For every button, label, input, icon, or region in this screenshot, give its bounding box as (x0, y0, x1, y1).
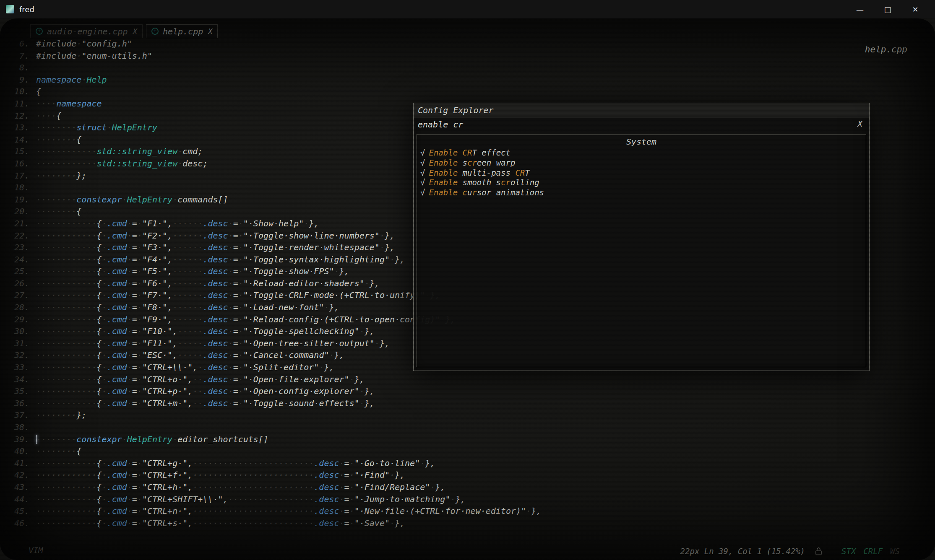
code-token: .desc (203, 362, 228, 372)
code-token: = (132, 350, 137, 360)
code-token: · (102, 398, 107, 408)
tab-audio-engine.cpp[interactable]: +audio-engine.cppX (30, 24, 143, 38)
code-token: ············ (36, 290, 97, 300)
code-token: = (132, 302, 137, 312)
line-number: 25. (12, 265, 29, 277)
code-token: · (127, 518, 132, 528)
minimize-button[interactable]: — (846, 0, 874, 18)
config-explorer-title: Config Explorer (414, 103, 869, 117)
code-token: ·· (193, 386, 203, 396)
config-item[interactable]: √Enable cursor animations (420, 188, 862, 198)
code-token: · (102, 494, 107, 504)
code-token: · (349, 494, 354, 504)
code-token: "CTRL+g·" (142, 458, 188, 468)
checked-checkbox-icon[interactable]: √ (420, 168, 425, 177)
line-content: ············{·.cmd·=·"CTRL+SHIFT+\\·",··… (36, 494, 466, 504)
status-flags: STXCRLFWS (841, 547, 900, 556)
code-token: , (188, 374, 193, 384)
code-token: = (233, 231, 238, 241)
code-line[interactable]: 41.············{·.cmd·=·"CTRL+g·",······… (12, 457, 935, 469)
checked-checkbox-icon[interactable]: √ (420, 158, 425, 167)
cursor-position-info: 22px Ln 39, Col 1 (15.42%) (680, 547, 805, 556)
code-token: · (359, 326, 365, 336)
code-token: · (137, 218, 142, 228)
close-button[interactable]: ✕ (901, 0, 929, 18)
code-token: "CTRL+m·" (142, 398, 188, 408)
code-token: }, (425, 458, 435, 468)
code-token: .desc (203, 278, 228, 288)
config-item[interactable]: √Enable CRT effect (420, 148, 862, 158)
code-token: .desc (203, 254, 228, 264)
code-token: = (233, 362, 238, 372)
code-token: .cmd (107, 302, 127, 312)
code-token: .desc (314, 470, 339, 480)
code-line[interactable]: 43.············{·.cmd·=·"CTRL+h·",······… (12, 481, 935, 493)
code-token: · (228, 254, 233, 264)
code-token: = (132, 386, 137, 396)
code-line[interactable]: 9.namespace·Help (12, 74, 935, 86)
tab-close-button[interactable]: X (208, 27, 212, 36)
code-line[interactable]: 35.············{·.cmd·=·"CTRL+p·",··.des… (12, 385, 935, 397)
config-item[interactable]: √Enable smooth scrolling (420, 178, 862, 188)
line-content: ············{·.cmd·=·"CTRL+h·",·········… (36, 482, 445, 492)
maximize-button[interactable]: □ (874, 0, 901, 18)
line-content: ············{·.cmd·=·"F9·",······.desc·=… (36, 314, 456, 324)
code-token: · (228, 350, 233, 360)
code-token: · (365, 278, 370, 288)
code-token: .desc (203, 314, 228, 324)
code-token: }, (435, 482, 445, 492)
code-token: · (238, 218, 243, 228)
tab-help.cpp[interactable]: +help.cppX (146, 24, 218, 38)
code-token: · (137, 266, 142, 276)
code-token: ························ (193, 470, 314, 480)
code-line[interactable]: 36.············{·.cmd·=·"CTRL+m·",··.des… (12, 397, 935, 410)
tab-close-button[interactable]: X (133, 27, 137, 36)
code-line[interactable]: 46.············{·.cmd·=·"CTRL+s·",······… (12, 517, 935, 529)
code-token: { (97, 458, 102, 468)
code-line[interactable]: 6.#include·"config.h" (12, 38, 935, 50)
code-token: · (102, 218, 107, 228)
code-line[interactable]: 10.{ (12, 86, 935, 98)
code-token: · (238, 338, 243, 348)
checked-checkbox-icon[interactable]: √ (420, 148, 425, 157)
checked-checkbox-icon[interactable]: √ (420, 188, 425, 197)
cpp-file-icon: + (151, 28, 159, 35)
code-line[interactable]: 42.············{·.cmd·=·"CTRL+f·",······… (12, 469, 935, 481)
code-token: "·Open·tree-sitter·output" (243, 338, 375, 348)
code-token: "CTRL+\\·" (142, 362, 193, 372)
code-token: = (132, 338, 137, 348)
code-line[interactable]: 37.········}; (12, 409, 935, 421)
code-token: = (132, 470, 137, 480)
line-number: 33. (12, 361, 29, 373)
code-line[interactable]: 44.············{·.cmd·=·"CTRL+SHIFT+\\·"… (12, 493, 935, 506)
code-token: · (172, 434, 177, 444)
checked-checkbox-icon[interactable]: √ (420, 178, 425, 187)
code-token: = (233, 242, 238, 252)
code-line[interactable]: 8. (12, 62, 935, 74)
code-token: · (137, 350, 142, 360)
code-token: , (188, 470, 193, 480)
code-line[interactable]: 7.#include·"enum-utils.h" (12, 50, 935, 62)
code-line[interactable]: 34.············{·.cmd·=·"CTRL+o·",··.des… (12, 373, 935, 386)
line-number: 35. (12, 385, 29, 397)
code-token: }, (309, 218, 319, 228)
code-token: "·Load·new·font" (243, 302, 324, 312)
code-token: ················· (228, 494, 314, 504)
code-token: }, (380, 338, 390, 348)
code-token: ············ (36, 338, 97, 348)
popup-close-button[interactable]: X (858, 119, 862, 128)
code-token: { (36, 86, 41, 96)
line-number: 9. (12, 74, 29, 86)
code-line[interactable]: 38. (12, 421, 935, 433)
code-line[interactable]: 45.············{·.cmd·=·"CTRL+n·",······… (12, 505, 935, 517)
config-search-input[interactable]: enable cr (414, 117, 869, 132)
code-line[interactable]: 40.········{ (12, 445, 935, 457)
code-token: · (137, 302, 142, 312)
config-item[interactable]: √Enable multi-pass CRT (420, 168, 862, 178)
config-item[interactable]: √Enable screen warp (420, 158, 862, 168)
code-line[interactable]: 39.········constexpr·HelpEntry·editor_sh… (12, 433, 935, 446)
code-token: }, (324, 362, 334, 372)
code-token: · (339, 518, 344, 528)
code-token: "F6·" (142, 278, 167, 288)
code-token: = (233, 290, 238, 300)
